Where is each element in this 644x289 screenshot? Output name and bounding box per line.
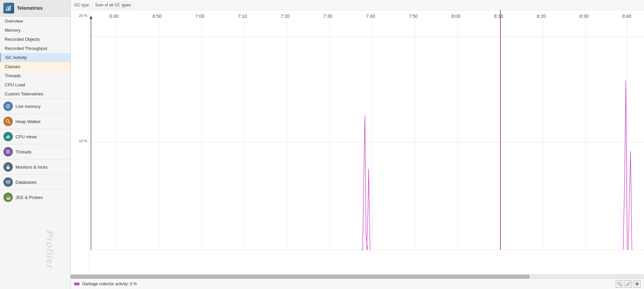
svg-text:7:00: 7:00 — [195, 13, 204, 19]
threads-label: Threads — [16, 149, 32, 154]
sidebar-section-live-memory[interactable]: Live memory — [0, 98, 70, 114]
svg-rect-8 — [8, 135, 9, 138]
jee-probes-label: JEE & Probes — [16, 195, 43, 200]
nav-item-recorded-throughput[interactable]: Recorded Throughput — [0, 44, 70, 53]
jee-probes-icon: ☕ — [3, 193, 13, 202]
chart-svg: 6:40 6:50 7:00 7:10 7:20 7:30 7:40 7:50 … — [89, 10, 644, 274]
svg-text:7:20: 7:20 — [281, 13, 290, 19]
monitors-locks-label: Monitors & locks — [16, 165, 48, 170]
sidebar-title: Telemetries — [17, 5, 43, 11]
cpu-views-label: CPU views — [16, 134, 37, 139]
legend-text-gc: Garbage collector activity: 0 % — [82, 282, 137, 286]
chart-area[interactable]: 6:40 6:50 7:00 7:10 7:20 7:30 7:40 7:50 … — [89, 10, 644, 274]
chart-container: 20 % 10 % — [71, 10, 644, 274]
sidebar-section-cpu-views[interactable]: CPU views — [0, 129, 70, 144]
svg-text:6:40: 6:40 — [110, 13, 119, 19]
sidebar-header: Telemetries — [0, 0, 70, 17]
watermark: Profiler — [44, 231, 55, 269]
heap-walker-icon — [3, 117, 13, 126]
sidebar-section-databases[interactable]: Databases — [0, 174, 70, 190]
databases-icon — [3, 177, 13, 187]
sidebar-section-heap-walker[interactable]: Heap Walker — [0, 114, 70, 129]
gc-type-bar: GC type: Sum of all GC types — [71, 0, 644, 10]
sidebar-section-monitors-locks[interactable]: Monitors & locks — [0, 159, 70, 174]
live-memory-icon — [3, 102, 13, 111]
zoom-in-button[interactable]: 🔍 — [616, 280, 623, 288]
svg-text:8:30: 8:30 — [579, 13, 588, 19]
y-axis: 20 % 10 % — [71, 10, 89, 274]
main-content: GC type: Sum of all GC types 20 % 10 % — [71, 0, 644, 289]
live-memory-label: Live memory — [16, 104, 40, 109]
svg-text:6:50: 6:50 — [153, 13, 162, 19]
svg-point-4 — [6, 119, 9, 122]
nav-item-cpu-load[interactable]: CPU Load — [0, 80, 70, 89]
svg-rect-7 — [7, 136, 8, 138]
svg-text:8:40: 8:40 — [622, 13, 631, 19]
nav-item-gc-activity[interactable]: GC Activity — [0, 53, 70, 62]
svg-line-5 — [8, 122, 10, 123]
zoom-out-button[interactable]: 🔎 — [624, 280, 632, 288]
cpu-views-icon — [3, 132, 13, 141]
sidebar: Telemetries Overview Memory Recorded Obj… — [0, 0, 71, 289]
svg-rect-0 — [6, 9, 7, 11]
svg-text:7:50: 7:50 — [409, 13, 418, 19]
monitors-locks-icon — [3, 162, 13, 172]
telemetries-icon — [3, 3, 14, 13]
chart-scrollbar[interactable] — [71, 274, 644, 279]
settings-button[interactable]: ⚙ — [633, 280, 641, 288]
sidebar-section-threads[interactable]: Threads — [0, 144, 70, 159]
nav-item-threads[interactable]: Threads — [0, 71, 70, 80]
sidebar-section-jee-probes[interactable]: ☕ JEE & Probes — [0, 190, 70, 205]
y-label-20: 20 % — [72, 13, 87, 18]
svg-marker-83 — [90, 16, 92, 19]
svg-text:8:20: 8:20 — [537, 13, 546, 19]
nav-item-classes[interactable]: Classes — [0, 62, 70, 71]
legend-color-gc — [74, 283, 80, 285]
gc-type-value: Sum of all GC types — [93, 2, 133, 8]
svg-rect-6 — [6, 137, 7, 138]
svg-point-14 — [6, 180, 10, 182]
gc-type-label: GC type: — [74, 3, 90, 7]
svg-rect-9 — [9, 136, 10, 138]
svg-rect-13 — [7, 167, 9, 169]
scrollbar-thumb[interactable] — [71, 275, 529, 279]
threads-icon — [3, 147, 13, 156]
svg-text:7:10: 7:10 — [238, 13, 247, 19]
y-label-10: 10 % — [72, 139, 87, 143]
heap-walker-label: Heap Walker — [16, 119, 41, 124]
svg-text:8:10: 8:10 — [494, 13, 503, 19]
svg-rect-1 — [8, 7, 9, 11]
legend-buttons: 🔍 🔎 ⚙ — [616, 280, 641, 288]
svg-text:7:40: 7:40 — [366, 13, 375, 19]
svg-text:8:00: 8:00 — [451, 13, 460, 19]
nav-item-recorded-objects[interactable]: Recorded Objects — [0, 35, 70, 44]
svg-text:7:30: 7:30 — [323, 13, 332, 19]
databases-label: Databases — [16, 180, 36, 185]
nav-item-custom-telemetries[interactable]: Custom Telemetries — [0, 89, 70, 98]
nav-item-overview[interactable]: Overview — [0, 17, 70, 26]
nav-item-memory[interactable]: Memory — [0, 26, 70, 35]
svg-text:☕: ☕ — [6, 195, 11, 200]
chart-legend: Garbage collector activity: 0 % 🔍 🔎 ⚙ — [71, 279, 644, 289]
